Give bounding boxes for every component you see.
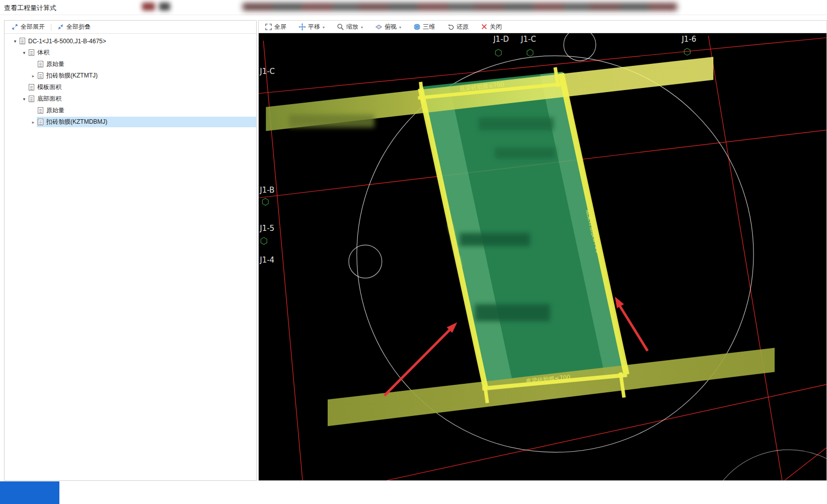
viewport-toolbar: 全屏 平移 缩放	[259, 21, 826, 33]
top-view-label: 俯视	[385, 23, 397, 31]
dropdown-caret-icon[interactable]	[361, 23, 363, 30]
pan-icon	[298, 23, 306, 31]
tree-item-original-quantity-2[interactable]: 原始量	[5, 105, 256, 116]
dropdown-caret-icon[interactable]	[323, 23, 325, 30]
tree-item-label: 体积	[37, 48, 49, 57]
tree-item-label: DC-1<J1-6-5000,J1-B-4675>	[28, 38, 106, 45]
document-icon	[38, 61, 43, 67]
blurred-region	[142, 3, 155, 11]
calculation-tree: DC-1<J1-6-5000,J1-B-4675> 体积 原始量	[5, 34, 256, 128]
document-icon	[29, 84, 34, 91]
expander-icon[interactable]	[21, 97, 28, 102]
tree-item-label: 模板面积	[37, 83, 61, 92]
expand-all-icon	[12, 24, 18, 30]
toolbar-divider	[51, 24, 51, 31]
top-view-button[interactable]: 俯视	[373, 22, 403, 32]
document-icon	[29, 49, 34, 56]
blurred-region	[243, 3, 677, 11]
document-icon	[29, 96, 34, 102]
pan-label: 平移	[308, 23, 320, 31]
blurred-region	[289, 115, 374, 128]
collapse-all-icon	[57, 24, 64, 30]
taskbar-fragment	[0, 481, 59, 504]
tree-item-label: 扣砖胎膜(KZTMTJ)	[46, 71, 98, 80]
blurred-region	[159, 3, 170, 11]
grid-label: J1-D	[493, 35, 509, 44]
bottom-strip	[0, 481, 827, 504]
fullscreen-icon	[265, 23, 272, 31]
three-d-viewport-canvas[interactable]: 底梁砖胎膜≤700 底梁砖胎膜≤700 底梁砖胎膜≤700 底梁砖胎膜≤700 …	[259, 33, 826, 480]
tree-item-label: 原始量	[46, 106, 64, 115]
tree-item-label: 底部面积	[37, 95, 61, 103]
expand-all-label: 全部展开	[21, 23, 45, 31]
close-label: 关闭	[490, 23, 502, 31]
pan-button[interactable]: 平移	[296, 22, 327, 32]
viewport-panel: 全屏 平移 缩放	[258, 20, 827, 481]
three-d-sphere-icon	[413, 23, 421, 31]
collapse-all-button[interactable]: 全部折叠	[55, 22, 93, 32]
title-bar: 查看工程量计算式	[0, 0, 827, 15]
document-icon	[38, 72, 43, 79]
scene-svg: 底梁砖胎膜≤700 底梁砖胎膜≤700 底梁砖胎膜≤700 底梁砖胎膜≤700 …	[259, 33, 826, 480]
restore-button[interactable]: 还原	[445, 22, 471, 32]
expand-all-button[interactable]: 全部展开	[10, 22, 47, 32]
tree-item-volume[interactable]: 体积	[5, 47, 256, 58]
grid-label: J1-C	[259, 67, 275, 76]
tree-item-label: 扣砖胎膜(KZTMDBMJ)	[46, 118, 107, 126]
close-icon	[481, 23, 488, 30]
document-icon	[38, 119, 43, 125]
restore-icon	[447, 23, 455, 31]
three-d-label: 三维	[423, 23, 435, 31]
close-button[interactable]: 关闭	[479, 22, 504, 32]
expander-icon[interactable]	[12, 39, 19, 44]
page-title: 查看工程量计算式	[4, 4, 56, 13]
fullscreen-label: 全屏	[274, 23, 286, 31]
tree-item-deduct-brick-formwork-kztmdbmj[interactable]: 扣砖胎膜(KZTMDBMJ)	[5, 116, 256, 128]
grid-label: J1-5	[259, 224, 274, 233]
expander-icon[interactable]	[30, 120, 37, 125]
document-icon	[20, 38, 25, 44]
top-view-icon	[375, 23, 383, 31]
tree-item-formwork-area[interactable]: 模板面积	[5, 81, 256, 93]
document-icon	[38, 107, 43, 114]
tree-item-deduct-brick-formwork-kztmtj[interactable]: 扣砖胎膜(KZTMTJ)	[5, 70, 256, 81]
quantity-calculation-window: 查看工程量计算式 全部展开 全部折叠	[0, 0, 827, 504]
expander-icon[interactable]	[30, 73, 37, 78]
grid-label: J1-B	[259, 186, 274, 195]
dropdown-caret-icon[interactable]	[399, 23, 401, 30]
tree-item-dc1[interactable]: DC-1<J1-6-5000,J1-B-4675>	[5, 35, 256, 47]
zoom-button[interactable]: 缩放	[335, 22, 365, 32]
grid-label: J1-4	[259, 256, 274, 265]
tree-toolbar: 全部展开 全部折叠	[5, 21, 256, 34]
fullscreen-button[interactable]: 全屏	[263, 22, 288, 32]
tree-item-label: 原始量	[46, 60, 64, 68]
zoom-icon	[337, 23, 344, 31]
zoom-label: 缩放	[346, 23, 358, 31]
tree-item-bottom-area[interactable]: 底部面积	[5, 93, 256, 105]
expander-icon[interactable]	[21, 50, 28, 55]
tree-item-original-quantity[interactable]: 原始量	[5, 58, 256, 70]
grid-label: J1-C	[520, 35, 536, 44]
calculation-tree-panel: 全部展开 全部折叠 DC-1<J1-6-5000,J1-B-4675>	[4, 20, 257, 481]
restore-label: 还原	[457, 23, 469, 31]
collapse-all-label: 全部折叠	[66, 23, 91, 31]
three-d-button[interactable]: 三维	[411, 22, 437, 32]
grid-label: J1-6	[681, 35, 696, 44]
